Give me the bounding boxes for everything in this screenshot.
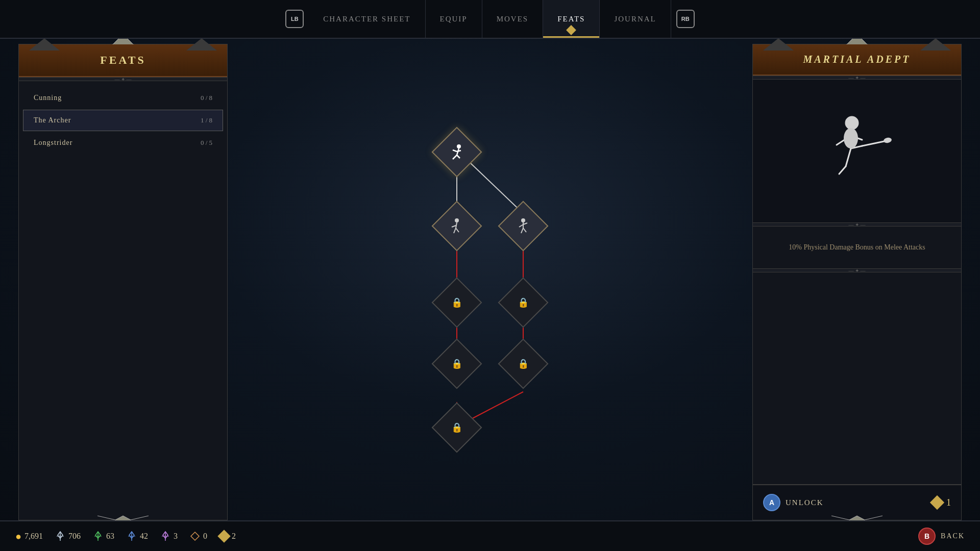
svg-line-21 <box>456 222 457 228</box>
feat-item-cunning[interactable]: Cunning 0 / 8 <box>23 87 223 109</box>
skill-node-mid-right[interactable] <box>498 201 549 252</box>
lb-button[interactable]: LB <box>285 10 304 28</box>
res6-icon <box>190 531 200 541</box>
cost-value: 1 <box>946 497 951 508</box>
res3-value: 63 <box>106 532 114 541</box>
active-tab-indicator <box>568 27 575 36</box>
skill-node-lock1-right[interactable]: 🔒 <box>498 278 549 328</box>
skill-node-lock3[interactable]: 🔒 <box>432 403 482 453</box>
svg-line-45 <box>831 516 849 520</box>
unlock-label: UNLOCK <box>786 498 824 507</box>
top-navigation: LB CHARACTER SHEET EQUIP MOVES FEATS JOU… <box>0 0 980 39</box>
panel-divider-right-2 <box>753 222 961 227</box>
svg-line-13 <box>470 392 523 420</box>
svg-line-41 <box>862 141 887 146</box>
res4-value: 42 <box>140 532 148 541</box>
svg-line-24 <box>456 228 459 232</box>
tab-feats[interactable]: FEATS <box>543 0 600 38</box>
back-button[interactable]: B BACK <box>918 528 965 545</box>
svg-line-16 <box>453 150 457 152</box>
svg-line-23 <box>454 228 456 233</box>
skill-node-lock2-left[interactable]: 🔒 <box>432 339 482 389</box>
feats-panel-header: FEATS <box>19 44 227 77</box>
skill-tree-area: 🔒 🔒 🔒 🔒 🔒 <box>230 39 750 520</box>
skill-node-lock2-right[interactable]: 🔒 <box>498 339 549 389</box>
skill-tree: 🔒 🔒 🔒 🔒 🔒 <box>408 132 572 428</box>
panel-divider-top <box>19 77 227 81</box>
currency-res6: 0 <box>190 531 207 541</box>
svg-line-28 <box>523 223 527 224</box>
panel-divider-right-3 <box>753 268 961 272</box>
tab-equip[interactable]: EQUIP <box>426 0 482 38</box>
svg-marker-59 <box>191 532 199 540</box>
cost-diamond-icon <box>930 495 944 510</box>
skill-node-mid-left[interactable] <box>432 201 482 252</box>
currency-res3: 63 <box>93 531 114 541</box>
rb-button[interactable]: RB <box>676 10 695 28</box>
svg-line-46 <box>865 516 883 520</box>
currency-list: ● 7,691 706 63 <box>15 531 236 542</box>
tab-moves[interactable]: MOVES <box>482 0 544 38</box>
svg-line-5 <box>131 516 149 520</box>
back-label: BACK <box>941 532 965 540</box>
svg-line-39 <box>839 166 846 174</box>
svg-line-38 <box>846 148 851 166</box>
diamond-currency-icon <box>217 530 230 542</box>
gold-icon: ● <box>15 531 21 542</box>
svg-point-34 <box>846 117 858 129</box>
svg-line-18 <box>453 155 457 159</box>
skill-node-lock1-left[interactable]: 🔒 <box>432 278 482 328</box>
currency-res4: 42 <box>127 531 148 541</box>
res5-icon <box>160 531 170 541</box>
svg-line-22 <box>452 226 456 227</box>
gold-value: 7,691 <box>24 532 43 541</box>
unlock-button[interactable]: A UNLOCK <box>763 494 824 511</box>
feat-description: 10% Physical Damage Bonus on Melee Attac… <box>753 227 961 268</box>
bottom-bar: ● 7,691 706 63 <box>0 520 980 551</box>
tab-character-sheet[interactable]: CHARACTER SHEET <box>309 0 425 38</box>
currency-res5: 3 <box>160 531 178 541</box>
currency-res2: 706 <box>55 531 81 541</box>
feat-item-the-archer[interactable]: The Archer 1 / 8 <box>23 110 223 131</box>
currency-gold: ● 7,691 <box>15 531 43 542</box>
skill-tree-connections <box>408 132 572 428</box>
res3-icon <box>93 531 103 541</box>
feat-icon-display <box>753 80 961 222</box>
svg-line-27 <box>519 224 523 227</box>
res6-value: 0 <box>203 532 207 541</box>
diamonds-value: 2 <box>232 532 236 541</box>
unlock-cost: 1 <box>932 497 951 508</box>
tab-journal[interactable]: JOURNAL <box>600 0 671 38</box>
res4-icon <box>127 531 137 541</box>
feats-panel-title: FEATS <box>29 54 217 67</box>
svg-line-30 <box>523 228 526 232</box>
skill-node-top[interactable] <box>432 127 482 178</box>
b-button-icon: B <box>918 528 936 545</box>
res2-icon <box>55 531 65 541</box>
panel-divider-right <box>753 76 961 80</box>
feat-illustration <box>811 110 903 192</box>
res2-value: 706 <box>68 532 81 541</box>
feat-item-longstrider[interactable]: Longstrider 0 / 5 <box>23 132 223 154</box>
feat-detail-panel: Martial Adept <box>752 44 962 520</box>
svg-point-42 <box>844 128 858 148</box>
svg-point-43 <box>883 137 892 144</box>
svg-line-4 <box>97 516 115 520</box>
svg-line-17 <box>457 151 461 152</box>
svg-line-19 <box>457 155 460 158</box>
currency-diamonds: 2 <box>219 532 236 541</box>
svg-line-29 <box>521 228 523 233</box>
feat-list: Cunning 0 / 8 The Archer 1 / 8 Longstrid… <box>19 81 227 160</box>
feats-panel: FEATS Cunning 0 / 8 The Archer 1 / 8 Lon… <box>18 44 228 520</box>
feat-detail-header: Martial Adept <box>753 44 961 76</box>
svg-point-14 <box>457 144 461 148</box>
a-button-icon: A <box>763 494 780 511</box>
feat-detail-title: Martial Adept <box>763 54 951 65</box>
svg-point-25 <box>521 218 525 222</box>
svg-point-20 <box>455 218 459 222</box>
res5-value: 3 <box>174 532 178 541</box>
